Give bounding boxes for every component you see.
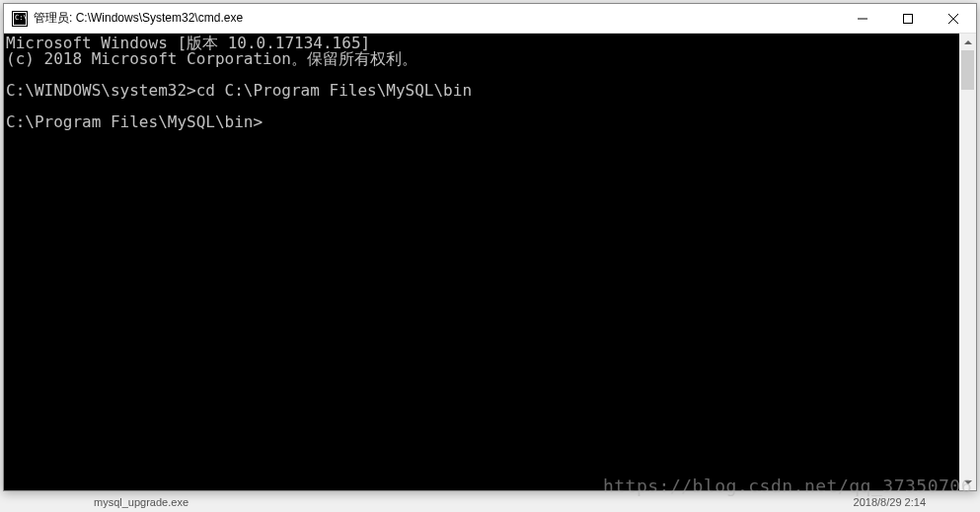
scroll-track[interactable] xyxy=(959,50,976,474)
console-output[interactable]: Microsoft Windows [版本 10.0.17134.165] (c… xyxy=(4,34,959,490)
svg-marker-9 xyxy=(964,480,972,484)
window-controls xyxy=(840,4,976,33)
titlebar[interactable]: C:\ 管理员: C:\Windows\System32\cmd.exe xyxy=(4,4,976,34)
scroll-down-button[interactable] xyxy=(959,474,976,490)
scroll-thumb[interactable] xyxy=(961,50,974,90)
desktop-fragment-date: 2018/8/29 2:14 xyxy=(854,496,926,508)
close-button[interactable] xyxy=(931,4,976,33)
console-line: (c) 2018 Microsoft Corporation。保留所有权利。 xyxy=(6,49,417,68)
scroll-up-button[interactable] xyxy=(959,34,976,50)
console-prompt: C:\Program Files\MySQL\bin> xyxy=(6,112,263,131)
maximize-button[interactable] xyxy=(885,4,931,33)
svg-marker-8 xyxy=(964,40,972,44)
window-title: 管理员: C:\Windows\System32\cmd.exe xyxy=(34,10,840,27)
console-line: C:\WINDOWS\system32>cd C:\Program Files\… xyxy=(6,81,472,100)
cmd-icon: C:\ xyxy=(12,11,28,27)
svg-text:C:\: C:\ xyxy=(15,14,28,22)
minimize-button[interactable] xyxy=(840,4,885,33)
desktop-fragment-filename: mysql_upgrade.exe xyxy=(94,496,188,508)
cmd-window: C:\ 管理员: C:\Windows\System32\cmd.exe Mic… xyxy=(3,3,977,491)
svg-rect-5 xyxy=(904,14,913,23)
console-area: Microsoft Windows [版本 10.0.17134.165] (c… xyxy=(4,34,976,490)
vertical-scrollbar[interactable] xyxy=(959,34,976,490)
